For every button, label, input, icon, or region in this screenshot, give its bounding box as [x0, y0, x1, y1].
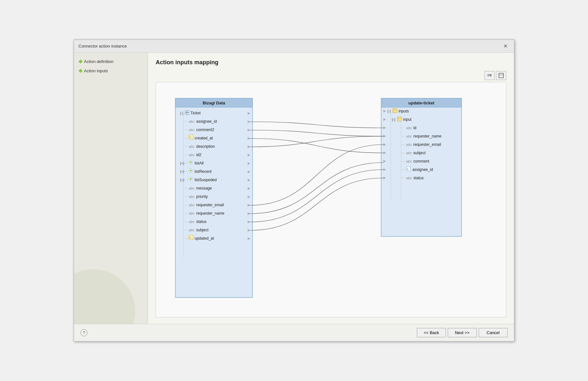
svg-text:abc: abc	[406, 159, 412, 163]
svg-text:abc: abc	[189, 145, 195, 148]
expand-icon	[498, 73, 504, 78]
row-updated-at: updated_at	[195, 236, 214, 241]
expand-button[interactable]	[496, 71, 506, 80]
sidebar-item-action-definition[interactable]: Action definition	[79, 59, 142, 64]
svg-point-38	[190, 170, 192, 172]
svg-marker-3	[491, 74, 492, 75]
connection-1	[250, 122, 383, 128]
svg-text:[+]: [+]	[180, 161, 184, 165]
page-title: Action inputs mapping	[156, 59, 506, 66]
svg-text:⊞: ⊞	[189, 136, 192, 139]
left-table: Bizagi Data [-] Ticket abc assign	[175, 98, 253, 297]
diamond-icon	[78, 69, 83, 73]
svg-point-33	[190, 161, 192, 163]
svg-point-0	[74, 269, 135, 324]
back-button[interactable]: << Back	[417, 328, 446, 337]
sidebar-item-action-inputs[interactable]: Action inputs	[79, 68, 142, 73]
diamond-icon	[78, 59, 83, 64]
title-bar: Connector action instance ✕	[74, 40, 514, 53]
svg-text:abc: abc	[406, 176, 412, 180]
row-comment2: comment2	[196, 128, 214, 132]
row-id2: id2	[196, 153, 201, 157]
row-message: message	[196, 186, 212, 191]
row-listrecent: listRecent	[195, 169, 212, 174]
svg-text:[-]: [-]	[388, 109, 391, 113]
svg-text:📁: 📁	[398, 117, 402, 121]
connection-8	[250, 178, 383, 230]
svg-text:abc: abc	[406, 134, 412, 138]
mapping-area: Bizagi Data [-] Ticket abc assign	[156, 82, 506, 317]
svg-text:abc: abc	[406, 151, 412, 155]
sidebar: Action definition Action inputs	[74, 53, 148, 324]
right-table: update-ticket [-] 📁 inputs [-] 📁	[381, 98, 462, 236]
footer-buttons: << Back Next >> Cancel	[417, 328, 508, 337]
row-input: input	[403, 117, 412, 122]
svg-text:[+]: [+]	[180, 170, 184, 173]
next-button[interactable]: Next >>	[448, 328, 477, 337]
dialog-title: Connector action instance	[78, 44, 127, 49]
svg-text:abc: abc	[189, 186, 195, 190]
svg-text:[-]: [-]	[392, 118, 395, 121]
svg-text:1: 1	[407, 167, 409, 171]
row-right-assignee-id: assignee_id	[412, 167, 433, 172]
mapping-toolbar	[156, 71, 506, 80]
svg-text:abc: abc	[189, 211, 195, 215]
svg-text:abc: abc	[189, 128, 195, 132]
svg-rect-5	[499, 73, 503, 78]
connection-2	[250, 130, 383, 136]
row-listall: listAll	[195, 161, 204, 165]
connection-6	[250, 163, 383, 214]
svg-text:📁: 📁	[393, 109, 397, 113]
row-status: status	[196, 219, 207, 224]
svg-text:abc: abc	[189, 220, 195, 224]
row-requester-name: requester_name	[196, 211, 225, 216]
svg-text:abc: abc	[406, 143, 412, 146]
svg-text:[-]: [-]	[180, 111, 183, 115]
right-table-header: update-ticket	[409, 101, 435, 105]
sidebar-decoration	[74, 221, 148, 324]
auto-map-button[interactable]	[484, 71, 495, 80]
row-priority: priority	[196, 194, 208, 199]
connection-7	[250, 170, 383, 222]
connector-dialog: Connector action instance ✕ Action defin…	[74, 40, 514, 341]
svg-text:abc: abc	[406, 126, 412, 130]
row-subject: subject	[196, 228, 209, 232]
svg-text:abc: abc	[189, 228, 195, 232]
mapping-svg: Bizagi Data [-] Ticket abc assign	[156, 82, 506, 317]
dialog-body: Action definition Action inputs Action i…	[74, 53, 514, 324]
dialog-footer: ? << Back Next >> Cancel	[74, 324, 514, 341]
svg-marker-4	[491, 75, 492, 76]
footer-left: ?	[80, 329, 87, 336]
row-listsuspeded: listSuspeded	[195, 178, 217, 182]
row-requester-email: requester_email	[196, 203, 224, 207]
row-right-comment: comment	[413, 159, 429, 164]
connection-4	[250, 136, 383, 147]
main-content: Action inputs mapping	[148, 53, 514, 324]
row-description: description	[196, 144, 215, 149]
svg-text:abc: abc	[189, 153, 195, 157]
cancel-button[interactable]: Cancel	[479, 328, 508, 337]
row-right-id: id	[413, 126, 416, 130]
row-right-requester-email: requester_email	[413, 142, 441, 147]
row-created-at: created_at	[195, 136, 213, 140]
left-table-header: Bizagi Data	[203, 101, 225, 105]
close-button[interactable]: ✕	[501, 42, 510, 50]
auto-map-icon	[487, 73, 492, 78]
row-right-status: status	[413, 176, 424, 180]
sidebar-item-label: Action inputs	[84, 68, 108, 73]
svg-text:abc: abc	[189, 203, 195, 207]
help-button[interactable]: ?	[80, 329, 87, 336]
svg-point-43	[190, 178, 192, 180]
svg-text:abc: abc	[189, 120, 195, 123]
row-assignee-id: assignee_id	[196, 119, 217, 124]
svg-text:[+]: [+]	[180, 178, 184, 182]
row-right-requester-name: requester_name	[413, 134, 442, 138]
row-right-subject: subject	[413, 151, 426, 155]
sidebar-item-label: Action definition	[84, 59, 114, 64]
connection-5	[250, 145, 383, 205]
svg-text:⊞: ⊞	[189, 236, 192, 239]
connection-3	[250, 138, 383, 153]
svg-text:abc: abc	[189, 195, 195, 199]
row-ticket: Ticket	[190, 111, 201, 115]
row-inputs: inputs	[399, 109, 409, 113]
